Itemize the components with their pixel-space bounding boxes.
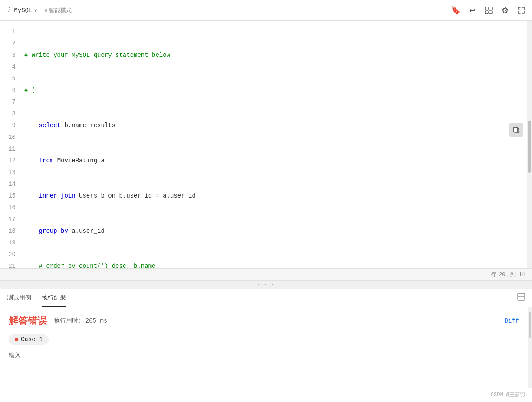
code-token: # Write your MySQL query statement below (24, 52, 170, 59)
exec-time: 执行用时: 205 ms (54, 317, 107, 325)
code-token: # ( (24, 87, 35, 94)
case-dot (15, 338, 18, 341)
line-num-8: 8 (0, 108, 16, 120)
case-badge-container: Case 1 (9, 334, 519, 345)
editor-scrollbar[interactable] (527, 21, 532, 268)
line-numbers: 1 2 3 4 5 6 7 8 9 10 11 12 13 14 15 16 1… (0, 21, 21, 268)
chevron-down-icon: ∨ (34, 7, 37, 13)
line-num-12: 12 (0, 155, 16, 167)
mode-label: 智能模式 (49, 7, 72, 14)
code-token: a.user_id (72, 227, 105, 234)
tab-execution-result[interactable]: 执行结果 (42, 290, 66, 307)
code-token: inner join (24, 192, 79, 199)
resize-dots: • • • (257, 283, 275, 287)
expand-panel-button[interactable] (517, 293, 525, 303)
svg-rect-5 (514, 127, 518, 132)
input-label: 输入 (9, 352, 519, 359)
svg-rect-0 (485, 7, 488, 10)
line-num-10: 10 (0, 132, 16, 143)
line-num-7: 7 (0, 96, 16, 108)
cursor-position: 行 20，列 14 (491, 271, 525, 278)
bookmark-button[interactable]: 🔖 (451, 6, 460, 15)
editor-wrapper: 1 2 3 4 5 6 7 8 9 10 11 12 13 14 15 16 1… (0, 21, 532, 268)
line-num-18: 18 (0, 225, 16, 237)
line-num-2: 2 (0, 38, 16, 49)
tabs-bar: 测试用例 执行结果 (0, 289, 532, 307)
line-num-14: 14 (0, 178, 16, 190)
mode-indicator: 智能模式 (45, 7, 72, 14)
code-line-1: # Write your MySQL query statement below (21, 49, 527, 61)
line-num-20: 20 (0, 249, 16, 260)
editor-area: 1 2 3 4 5 6 7 8 9 10 11 12 13 14 15 16 1… (0, 21, 532, 280)
code-token: group by (24, 227, 72, 234)
code-line-2: # ( (21, 85, 527, 96)
line-num-1: 1 (0, 26, 16, 38)
toolbar: i MySQL ∨ 智能模式 🔖 ↩ ⚙ (0, 0, 532, 21)
diff-button[interactable]: Diff (504, 317, 519, 324)
command-button[interactable] (484, 6, 493, 15)
bottom-scrollbar[interactable] (528, 307, 532, 388)
line-num-6: 6 (0, 85, 16, 96)
mode-dot (45, 9, 47, 12)
svg-rect-3 (489, 11, 492, 14)
info-icon: i (7, 7, 10, 14)
db-label: MySQL (14, 7, 32, 14)
expand-button[interactable] (517, 7, 525, 14)
code-token: from (24, 157, 57, 164)
line-num-19: 19 (0, 237, 16, 249)
toolbar-divider (41, 6, 41, 15)
scrollbar-thumb[interactable] (528, 121, 531, 173)
db-selector[interactable]: MySQL ∨ (14, 7, 37, 14)
line-num-16: 16 (0, 202, 16, 214)
code-token: select (24, 122, 64, 129)
line-num-13: 13 (0, 167, 16, 178)
undo-button[interactable]: ↩ (469, 6, 476, 15)
error-label: 解答错误 (9, 314, 47, 327)
bottom-panel: 测试用例 执行结果 解答错误 执行用时: 205 ms Diff Case 1 (0, 289, 532, 402)
code-token: MovieRating a (57, 157, 105, 164)
line-num-17: 17 (0, 214, 16, 225)
result-scroll-wrapper: 解答错误 执行用时: 205 ms Diff Case 1 输入 (0, 307, 532, 388)
code-token: # order by count(*) desc, b.name (24, 263, 155, 268)
toolbar-right: 🔖 ↩ ⚙ (451, 6, 525, 15)
case-badge[interactable]: Case 1 (9, 334, 49, 345)
resize-handle[interactable]: • • • (0, 280, 532, 289)
status-bar: 行 20，列 14 (0, 268, 532, 280)
toolbar-left: i MySQL ∨ 智能模式 (7, 6, 446, 15)
code-line-3: select b.name results (21, 120, 527, 132)
copy-button[interactable] (509, 123, 523, 137)
code-editor[interactable]: # Write your MySQL query statement below… (21, 21, 527, 268)
line-num-9: 9 (0, 120, 16, 132)
line-num-5: 5 (0, 73, 16, 85)
code-line-5: inner join Users b on b.user_id = a.user… (21, 190, 527, 202)
case-label: Case 1 (21, 336, 43, 343)
svg-rect-2 (485, 11, 488, 14)
line-num-21: 21 (0, 260, 16, 268)
code-line-6: group by a.user_id (21, 225, 527, 237)
line-num-11: 11 (0, 143, 16, 155)
footer-attribution: CSDN @王茹羽 (0, 388, 532, 402)
line-num-4: 4 (0, 61, 16, 73)
result-header: 解答错误 执行用时: 205 ms Diff (9, 314, 519, 327)
result-content: 解答错误 执行用时: 205 ms Diff Case 1 输入 (0, 307, 528, 388)
code-line-4: from MovieRating a (21, 155, 527, 167)
svg-rect-1 (489, 7, 492, 10)
line-num-3: 3 (0, 49, 16, 61)
tab-test-cases[interactable]: 测试用例 (7, 290, 31, 307)
settings-button[interactable]: ⚙ (502, 6, 509, 15)
svg-rect-7 (518, 293, 525, 300)
code-token: b.name results (64, 122, 115, 129)
bottom-scrollbar-thumb[interactable] (529, 312, 531, 338)
code-line-7: # order by count(*) desc, b.name (21, 260, 527, 268)
line-num-15: 15 (0, 190, 16, 202)
code-token: Users b on b.user_id = a.user_id (79, 192, 196, 199)
